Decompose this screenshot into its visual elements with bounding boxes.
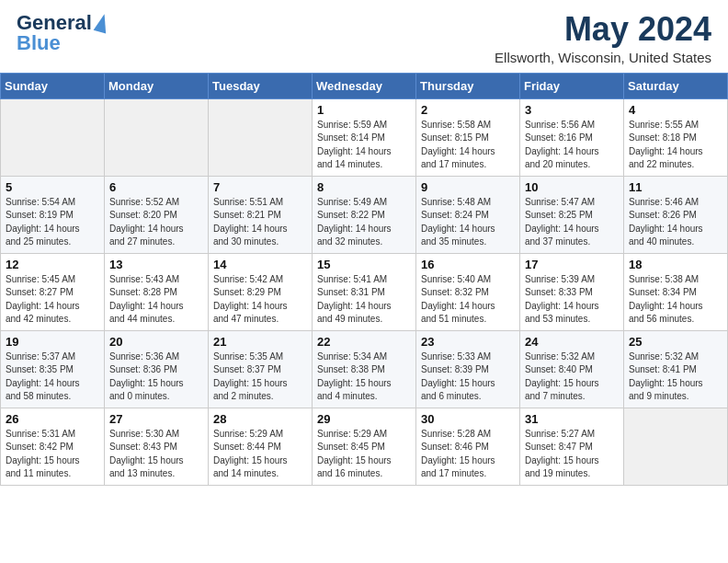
day-info: Sunrise: 5:58 AM Sunset: 8:15 PM Dayligh…	[421, 119, 515, 172]
title-block: May 2024 Ellsworth, Wisconsin, United St…	[495, 11, 711, 65]
calendar-week-2: 5Sunrise: 5:54 AM Sunset: 8:19 PM Daylig…	[1, 176, 728, 253]
day-number: 9	[421, 180, 515, 194]
day-info: Sunrise: 5:42 AM Sunset: 8:29 PM Dayligh…	[213, 273, 307, 327]
calendar-cell: 13Sunrise: 5:43 AM Sunset: 8:28 PM Dayli…	[105, 253, 209, 330]
day-info: Sunrise: 5:52 AM Sunset: 8:20 PM Dayligh…	[109, 196, 203, 249]
day-number: 28	[213, 412, 307, 426]
calendar-cell: 20Sunrise: 5:36 AM Sunset: 8:36 PM Dayli…	[105, 330, 209, 408]
day-number: 24	[525, 335, 619, 349]
day-number: 31	[525, 412, 619, 426]
day-info: Sunrise: 5:27 AM Sunset: 8:47 PM Dayligh…	[525, 428, 619, 481]
subtitle: Ellsworth, Wisconsin, United States	[495, 50, 711, 65]
calendar-cell: 30Sunrise: 5:28 AM Sunset: 8:46 PM Dayli…	[416, 408, 520, 485]
calendar-cell: 18Sunrise: 5:38 AM Sunset: 8:34 PM Dayli…	[624, 253, 728, 330]
day-number: 27	[109, 412, 203, 426]
day-info: Sunrise: 5:59 AM Sunset: 8:14 PM Dayligh…	[317, 119, 411, 172]
day-info: Sunrise: 5:38 AM Sunset: 8:34 PM Dayligh…	[629, 273, 722, 327]
day-number: 20	[109, 335, 203, 349]
calendar-cell: 14Sunrise: 5:42 AM Sunset: 8:29 PM Dayli…	[209, 253, 313, 330]
day-number: 26	[6, 412, 99, 426]
calendar-header-thursday: Thursday	[416, 73, 520, 98]
calendar-cell: 6Sunrise: 5:52 AM Sunset: 8:20 PM Daylig…	[105, 176, 209, 253]
calendar-cell: 12Sunrise: 5:45 AM Sunset: 8:27 PM Dayli…	[1, 253, 105, 330]
day-info: Sunrise: 5:49 AM Sunset: 8:22 PM Dayligh…	[317, 196, 411, 249]
day-info: Sunrise: 5:28 AM Sunset: 8:46 PM Dayligh…	[421, 428, 515, 481]
calendar-cell: 1Sunrise: 5:59 AM Sunset: 8:14 PM Daylig…	[313, 98, 416, 176]
calendar-week-4: 19Sunrise: 5:37 AM Sunset: 8:35 PM Dayli…	[1, 330, 728, 408]
logo-blue: Blue	[17, 31, 61, 55]
calendar-cell	[1, 98, 105, 176]
calendar-cell: 15Sunrise: 5:41 AM Sunset: 8:31 PM Dayli…	[313, 253, 416, 330]
calendar-cell: 26Sunrise: 5:31 AM Sunset: 8:42 PM Dayli…	[1, 408, 105, 485]
day-info: Sunrise: 5:35 AM Sunset: 8:37 PM Dayligh…	[213, 350, 307, 404]
calendar-cell: 16Sunrise: 5:40 AM Sunset: 8:32 PM Dayli…	[416, 253, 520, 330]
day-info: Sunrise: 5:36 AM Sunset: 8:36 PM Dayligh…	[109, 350, 203, 404]
calendar-cell: 22Sunrise: 5:34 AM Sunset: 8:38 PM Dayli…	[313, 330, 416, 408]
day-info: Sunrise: 5:54 AM Sunset: 8:19 PM Dayligh…	[6, 196, 99, 249]
day-info: Sunrise: 5:30 AM Sunset: 8:43 PM Dayligh…	[109, 428, 203, 481]
day-info: Sunrise: 5:51 AM Sunset: 8:21 PM Dayligh…	[213, 196, 307, 249]
day-number: 21	[213, 335, 307, 349]
day-number: 14	[213, 258, 307, 271]
calendar-cell: 7Sunrise: 5:51 AM Sunset: 8:21 PM Daylig…	[209, 176, 313, 253]
day-number: 13	[109, 258, 203, 271]
calendar-header-sunday: Sunday	[1, 73, 105, 98]
calendar-header-wednesday: Wednesday	[313, 73, 416, 98]
day-number: 15	[317, 258, 411, 271]
day-number: 16	[421, 258, 515, 271]
day-number: 12	[6, 258, 99, 271]
calendar-cell: 17Sunrise: 5:39 AM Sunset: 8:33 PM Dayli…	[520, 253, 624, 330]
day-number: 4	[629, 103, 722, 117]
day-info: Sunrise: 5:40 AM Sunset: 8:32 PM Dayligh…	[421, 273, 515, 327]
day-number: 5	[6, 180, 99, 194]
day-number: 8	[317, 180, 411, 194]
day-info: Sunrise: 5:55 AM Sunset: 8:18 PM Dayligh…	[629, 119, 722, 172]
calendar-cell: 2Sunrise: 5:58 AM Sunset: 8:15 PM Daylig…	[416, 98, 520, 176]
day-number: 17	[525, 258, 619, 271]
day-number: 19	[6, 335, 99, 349]
calendar-cell: 29Sunrise: 5:29 AM Sunset: 8:45 PM Dayli…	[313, 408, 416, 485]
day-number: 10	[525, 180, 619, 194]
day-info: Sunrise: 5:29 AM Sunset: 8:45 PM Dayligh…	[317, 428, 411, 481]
calendar-week-5: 26Sunrise: 5:31 AM Sunset: 8:42 PM Dayli…	[1, 408, 728, 485]
calendar-header-row: SundayMondayTuesdayWednesdayThursdayFrid…	[1, 73, 728, 98]
page-header: General Blue May 2024 Ellsworth, Wiscons…	[0, 0, 728, 73]
day-info: Sunrise: 5:56 AM Sunset: 8:16 PM Dayligh…	[525, 119, 619, 172]
day-info: Sunrise: 5:45 AM Sunset: 8:27 PM Dayligh…	[6, 273, 99, 327]
calendar-cell	[105, 98, 209, 176]
calendar-cell: 11Sunrise: 5:46 AM Sunset: 8:26 PM Dayli…	[624, 176, 728, 253]
day-info: Sunrise: 5:37 AM Sunset: 8:35 PM Dayligh…	[6, 350, 99, 404]
calendar-cell: 25Sunrise: 5:32 AM Sunset: 8:41 PM Dayli…	[624, 330, 728, 408]
calendar-table: SundayMondayTuesdayWednesdayThursdayFrid…	[0, 73, 728, 486]
day-info: Sunrise: 5:47 AM Sunset: 8:25 PM Dayligh…	[525, 196, 619, 249]
calendar-cell: 5Sunrise: 5:54 AM Sunset: 8:19 PM Daylig…	[1, 176, 105, 253]
calendar-cell: 9Sunrise: 5:48 AM Sunset: 8:24 PM Daylig…	[416, 176, 520, 253]
day-info: Sunrise: 5:32 AM Sunset: 8:41 PM Dayligh…	[629, 350, 722, 404]
day-info: Sunrise: 5:41 AM Sunset: 8:31 PM Dayligh…	[317, 273, 411, 327]
calendar-cell: 4Sunrise: 5:55 AM Sunset: 8:18 PM Daylig…	[624, 98, 728, 176]
logo: General Blue	[17, 11, 108, 55]
calendar-week-3: 12Sunrise: 5:45 AM Sunset: 8:27 PM Dayli…	[1, 253, 728, 330]
calendar-cell	[209, 98, 313, 176]
calendar-cell: 27Sunrise: 5:30 AM Sunset: 8:43 PM Dayli…	[105, 408, 209, 485]
day-number: 29	[317, 412, 411, 426]
day-number: 6	[109, 180, 203, 194]
day-number: 7	[213, 180, 307, 194]
calendar-cell: 23Sunrise: 5:33 AM Sunset: 8:39 PM Dayli…	[416, 330, 520, 408]
day-info: Sunrise: 5:46 AM Sunset: 8:26 PM Dayligh…	[629, 196, 722, 249]
day-number: 18	[629, 258, 722, 271]
day-info: Sunrise: 5:33 AM Sunset: 8:39 PM Dayligh…	[421, 350, 515, 404]
day-info: Sunrise: 5:32 AM Sunset: 8:40 PM Dayligh…	[525, 350, 619, 404]
calendar-header-saturday: Saturday	[624, 73, 728, 98]
day-info: Sunrise: 5:31 AM Sunset: 8:42 PM Dayligh…	[6, 428, 99, 481]
day-number: 11	[629, 180, 722, 194]
day-number: 25	[629, 335, 722, 349]
calendar-header-tuesday: Tuesday	[209, 73, 313, 98]
calendar-cell: 10Sunrise: 5:47 AM Sunset: 8:25 PM Dayli…	[520, 176, 624, 253]
calendar-header-monday: Monday	[105, 73, 209, 98]
calendar-cell: 19Sunrise: 5:37 AM Sunset: 8:35 PM Dayli…	[1, 330, 105, 408]
calendar-cell: 28Sunrise: 5:29 AM Sunset: 8:44 PM Dayli…	[209, 408, 313, 485]
calendar-cell: 8Sunrise: 5:49 AM Sunset: 8:22 PM Daylig…	[313, 176, 416, 253]
calendar-cell: 3Sunrise: 5:56 AM Sunset: 8:16 PM Daylig…	[520, 98, 624, 176]
day-number: 2	[421, 103, 515, 117]
